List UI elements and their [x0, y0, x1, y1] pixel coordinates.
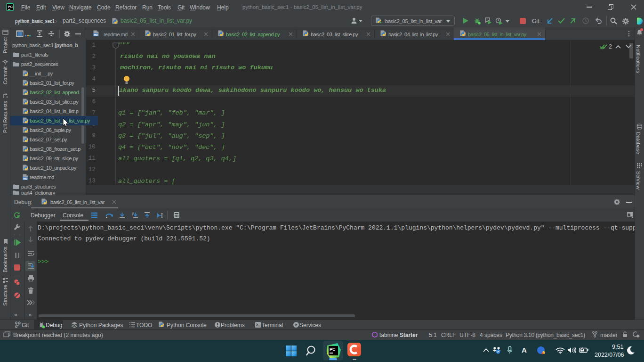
- svg-text:MD: MD: [23, 177, 27, 180]
- svg-text:MD: MD: [94, 33, 98, 36]
- svg-text:PC: PC: [330, 347, 336, 352]
